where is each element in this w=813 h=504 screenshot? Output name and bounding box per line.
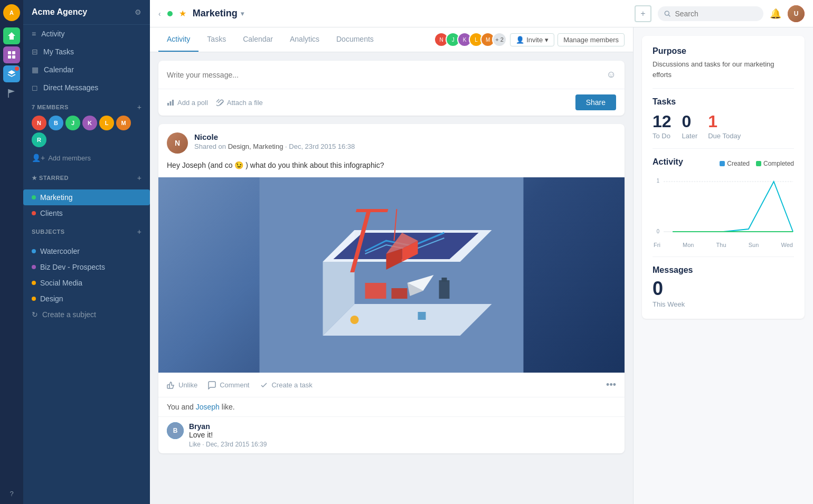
svg-rect-27 bbox=[439, 280, 450, 299]
subject-item-bizdev[interactable]: Biz Dev - Prospects bbox=[23, 259, 150, 275]
created-line bbox=[673, 182, 793, 232]
message-composer: ☺ Add a poll bbox=[158, 61, 625, 116]
topbar: ‹ ★ Marketing ▾ + 🔔 U bbox=[150, 0, 813, 27]
search-box[interactable] bbox=[658, 6, 763, 21]
sidebar-item-my-tasks[interactable]: ⊟ My Tasks bbox=[23, 43, 150, 61]
todo-label: To Do bbox=[653, 132, 672, 140]
clients-dot bbox=[32, 211, 36, 215]
unlike-button[interactable]: Unlike bbox=[167, 381, 197, 389]
marketing-dot bbox=[32, 195, 36, 199]
tab-calendar[interactable]: Calendar bbox=[234, 27, 281, 52]
tab-tasks[interactable]: Tasks bbox=[198, 27, 234, 52]
marketing-label: Marketing bbox=[40, 193, 72, 202]
post-image bbox=[158, 177, 625, 373]
left-panel: Activity Tasks Calendar Analytics Docume… bbox=[150, 27, 634, 504]
tasks-grid: 12 To Do 0 Later 1 Due Today bbox=[653, 113, 794, 140]
bell-icon[interactable]: 🔔 bbox=[770, 8, 781, 20]
legend-created: Created bbox=[720, 160, 750, 167]
later-label: Later bbox=[682, 132, 698, 140]
channel-title[interactable]: Marketing ▾ bbox=[193, 8, 244, 19]
svg-marker-7 bbox=[8, 70, 15, 74]
subject-item-watercooler[interactable]: Watercooler bbox=[23, 243, 150, 259]
invite-button[interactable]: 👤 Invite ▾ bbox=[510, 33, 554, 46]
sidebar-item-direct-messages[interactable]: ◻ Direct Messages bbox=[23, 79, 150, 97]
member-avatar-1[interactable]: N bbox=[32, 116, 46, 130]
activity-section: Activity Created Completed bbox=[653, 148, 794, 248]
chevron-down-icon: ▾ bbox=[241, 10, 244, 17]
member-avatar-4[interactable]: K bbox=[82, 116, 97, 130]
flag-icon[interactable] bbox=[3, 84, 20, 101]
layers-icon[interactable] bbox=[3, 65, 20, 82]
sidebar-item-activity[interactable]: ≡ Activity bbox=[23, 25, 150, 43]
comment-icon bbox=[208, 381, 216, 389]
members-title: 7 MEMBERS bbox=[32, 104, 69, 110]
watercooler-dot bbox=[32, 249, 36, 253]
tab-documents[interactable]: Documents bbox=[328, 27, 382, 52]
emoji-icon[interactable]: ☺ bbox=[607, 69, 616, 80]
messages-title: Messages bbox=[653, 265, 794, 275]
activity-feed: ☺ Add a poll bbox=[150, 52, 633, 504]
social-label: Social Media bbox=[40, 279, 82, 287]
member-avatar-2[interactable]: B bbox=[49, 116, 63, 130]
manage-members-button[interactable]: Manage members bbox=[557, 33, 625, 46]
user-avatar[interactable]: U bbox=[788, 5, 805, 22]
comment-content: Bryan Love it! Like · Dec, 23rd 2015 16:… bbox=[189, 422, 267, 448]
add-members-button[interactable]: 👤+ Add members bbox=[32, 151, 141, 164]
app-logo: A bbox=[3, 4, 20, 21]
more-options-button[interactable]: ••• bbox=[606, 379, 616, 391]
starred-item-clients[interactable]: Clients bbox=[23, 205, 150, 221]
add-button[interactable]: + bbox=[635, 5, 651, 22]
poll-icon bbox=[167, 99, 174, 106]
my-tasks-label: My Tasks bbox=[43, 47, 74, 56]
members-avatars: N B J K L M R bbox=[32, 116, 141, 147]
members-header: 7 MEMBERS + bbox=[32, 103, 141, 111]
refresh-icon: ↻ bbox=[32, 310, 38, 319]
starred-item-marketing[interactable]: Marketing bbox=[23, 189, 150, 205]
tab-activity[interactable]: Activity bbox=[158, 27, 198, 52]
home-icon[interactable] bbox=[3, 27, 20, 44]
settings-icon[interactable]: ⚙ bbox=[135, 8, 141, 16]
subject-item-social-media[interactable]: Social Media bbox=[23, 275, 150, 291]
help-icon[interactable]: ? bbox=[10, 490, 13, 498]
tabs: Activity Tasks Calendar Analytics Docume… bbox=[158, 27, 434, 52]
comment-button[interactable]: Comment bbox=[208, 381, 249, 389]
back-button[interactable]: ‹ bbox=[158, 9, 161, 18]
create-task-button[interactable]: Create a task bbox=[260, 381, 312, 389]
chart-svg: 1 0 bbox=[653, 176, 794, 240]
thumbs-up-icon bbox=[167, 381, 175, 389]
attach-file-button[interactable]: Attach a file bbox=[216, 99, 263, 107]
clients-label: Clients bbox=[40, 209, 63, 217]
chart-labels: Fri Mon Thu Sun Wed bbox=[653, 242, 794, 248]
grid-icon[interactable] bbox=[3, 46, 20, 63]
add-members-icon: 👤+ bbox=[32, 154, 45, 162]
tab-analytics[interactable]: Analytics bbox=[281, 27, 328, 52]
tab-avatar-more[interactable]: + 2 bbox=[492, 32, 507, 47]
add-poll-button[interactable]: Add a poll bbox=[167, 99, 208, 107]
post-likes: You and Joseph like. bbox=[158, 397, 625, 416]
svg-point-9 bbox=[665, 11, 669, 15]
post-author-name: Nicole bbox=[194, 132, 355, 141]
share-button[interactable]: Share bbox=[575, 94, 616, 110]
member-avatar-5[interactable]: L bbox=[99, 116, 114, 130]
search-input[interactable] bbox=[675, 9, 757, 18]
subjects-section: SUBJECTS + bbox=[23, 221, 150, 243]
add-starred-icon[interactable]: + bbox=[137, 174, 141, 182]
bizdev-dot bbox=[32, 265, 36, 269]
add-subject-icon[interactable]: + bbox=[137, 227, 141, 236]
sidebar-item-calendar[interactable]: ▦ Calendar bbox=[23, 61, 150, 79]
add-member-icon[interactable]: + bbox=[137, 103, 141, 111]
later-count: 0 bbox=[682, 113, 698, 130]
member-avatar-6[interactable]: M bbox=[116, 116, 131, 130]
composer-input-area[interactable]: ☺ bbox=[158, 61, 625, 89]
member-avatar-3[interactable]: J bbox=[65, 116, 80, 130]
subject-item-design[interactable]: Design bbox=[23, 291, 150, 307]
comment-avatar: B bbox=[167, 422, 184, 439]
joseph-link[interactable]: Joseph bbox=[196, 403, 220, 411]
create-subject-button[interactable]: ↻ Create a subject bbox=[23, 307, 150, 322]
star-icon[interactable]: ★ bbox=[179, 8, 186, 18]
message-input[interactable] bbox=[167, 71, 602, 79]
svg-text:A: A bbox=[10, 9, 14, 16]
member-avatar-7[interactable]: R bbox=[32, 132, 46, 147]
svg-rect-12 bbox=[170, 101, 172, 106]
task-icon bbox=[260, 381, 268, 389]
